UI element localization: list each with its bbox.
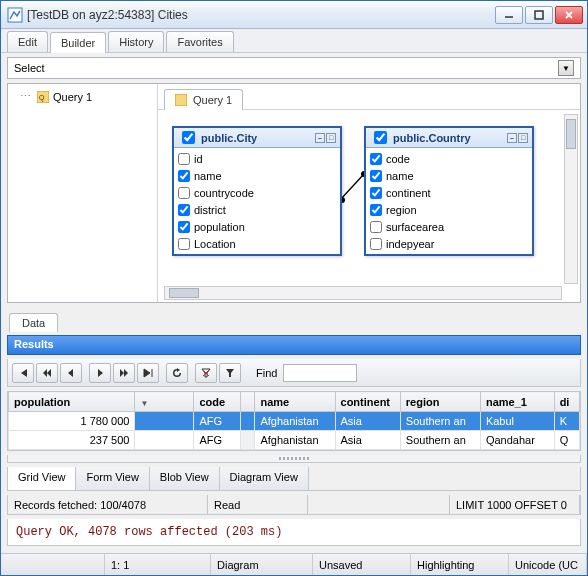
entity-column[interactable]: population (178, 218, 336, 235)
entity-column[interactable]: Location (178, 235, 336, 252)
entity-max-icon[interactable]: □ (518, 133, 528, 143)
entity-min-icon[interactable]: – (315, 133, 325, 143)
entity-column[interactable]: continent (370, 184, 528, 201)
column-checkbox[interactable] (370, 238, 382, 250)
view-diagram[interactable]: Diagram View (220, 467, 309, 490)
column-header[interactable]: code (194, 392, 240, 412)
table-cell[interactable] (135, 431, 194, 450)
entity-column[interactable]: countrycode (178, 184, 336, 201)
entity-select-all[interactable] (182, 131, 195, 144)
find-input[interactable] (283, 364, 357, 382)
select-dropdown-icon[interactable]: ▼ (558, 60, 574, 76)
column-checkbox[interactable] (370, 153, 382, 165)
column-header[interactable] (240, 392, 255, 412)
table-cell[interactable] (135, 412, 194, 431)
column-checkbox[interactable] (178, 187, 190, 199)
entity-column[interactable]: surfacearea (370, 218, 528, 235)
table-row[interactable]: 237 500AFGAfghanistanAsiaSouthern anQand… (9, 431, 580, 450)
column-checkbox[interactable] (178, 221, 190, 233)
diagram-scrollbar-h[interactable] (164, 286, 562, 300)
tab-history[interactable]: History (108, 31, 164, 52)
column-checkbox[interactable] (178, 170, 190, 182)
svg-rect-5 (175, 94, 187, 106)
column-checkbox[interactable] (370, 170, 382, 182)
filter-button[interactable] (219, 363, 241, 383)
tab-data[interactable]: Data (9, 313, 58, 332)
tab-favorites[interactable]: Favorites (166, 31, 233, 52)
column-checkbox[interactable] (370, 187, 382, 199)
column-checkbox[interactable] (370, 221, 382, 233)
entity-header[interactable]: public.Country–□ (366, 128, 532, 148)
view-form[interactable]: Form View (76, 467, 149, 490)
table-row[interactable]: 1 780 000AFGAfghanistanAsiaSouthern anKa… (9, 412, 580, 431)
nav-nextpage-button[interactable] (113, 363, 135, 383)
tree-item-query1[interactable]: ⋯ Q Query 1 (20, 90, 151, 103)
main-tabs: Edit Builder History Favorites (1, 29, 587, 53)
table-cell[interactable]: Kabul (480, 412, 554, 431)
entity-column[interactable]: name (370, 167, 528, 184)
entity-column[interactable]: code (370, 150, 528, 167)
nav-first-button[interactable] (12, 363, 34, 383)
column-header[interactable]: name (255, 392, 335, 412)
canvas-tab-query1[interactable]: Query 1 (164, 89, 243, 110)
entity-table[interactable]: public.Country–□codenamecontinentregions… (364, 126, 534, 256)
entity-column[interactable]: name (178, 167, 336, 184)
entity-max-icon[interactable]: □ (326, 133, 336, 143)
column-header[interactable]: name_1 (480, 392, 554, 412)
entity-column[interactable]: district (178, 201, 336, 218)
diagram-scrollbar-v[interactable] (564, 114, 578, 284)
tab-edit[interactable]: Edit (7, 31, 48, 52)
column-checkbox[interactable] (370, 204, 382, 216)
entity-table[interactable]: public.City–□idnamecountrycodedistrictpo… (172, 126, 342, 256)
scrollbar-thumb[interactable] (169, 288, 199, 298)
table-cell[interactable]: Afghanistan (255, 431, 335, 450)
table-cell[interactable]: Southern an (400, 431, 480, 450)
table-cell[interactable]: K (554, 412, 579, 431)
table-cell[interactable]: Southern an (400, 412, 480, 431)
scrollbar-thumb[interactable] (566, 119, 576, 149)
minimize-button[interactable] (495, 6, 523, 24)
close-button[interactable] (555, 6, 583, 24)
table-cell[interactable]: AFG (194, 412, 240, 431)
column-checkbox[interactable] (178, 238, 190, 250)
column-header[interactable]: population (9, 392, 135, 412)
column-header[interactable]: di (554, 392, 579, 412)
entity-select-all[interactable] (374, 131, 387, 144)
table-cell[interactable]: Asia (335, 431, 400, 450)
nav-next-button[interactable] (89, 363, 111, 383)
tree-item-label: Query 1 (53, 91, 92, 103)
table-cell[interactable]: Qandahar (480, 431, 554, 450)
table-cell[interactable]: Q (554, 431, 579, 450)
refresh-button[interactable] (166, 363, 188, 383)
entity-column[interactable]: region (370, 201, 528, 218)
table-cell[interactable] (240, 431, 255, 450)
table-cell[interactable] (240, 412, 255, 431)
view-blob[interactable]: Blob View (150, 467, 220, 490)
table-cell[interactable]: Afghanistan (255, 412, 335, 431)
select-bar[interactable]: Select ▼ (7, 57, 581, 79)
nav-prev-button[interactable] (60, 363, 82, 383)
column-header[interactable]: region (400, 392, 480, 412)
grid-resize-gripper[interactable] (7, 455, 581, 463)
filter-clear-button[interactable] (195, 363, 217, 383)
column-header[interactable]: ▼ (135, 392, 194, 412)
results-grid[interactable]: population▼codenamecontinentregionname_1… (7, 391, 581, 451)
table-cell[interactable]: 237 500 (9, 431, 135, 450)
table-cell[interactable]: AFG (194, 431, 240, 450)
nav-last-button[interactable] (137, 363, 159, 383)
diagram-area[interactable]: public.City–□idnamecountrycodedistrictpo… (158, 110, 580, 302)
entity-column[interactable]: id (178, 150, 336, 167)
entity-column[interactable]: indepyear (370, 235, 528, 252)
entity-header[interactable]: public.City–□ (174, 128, 340, 148)
column-checkbox[interactable] (178, 153, 190, 165)
view-grid[interactable]: Grid View (8, 467, 76, 490)
entity-min-icon[interactable]: – (507, 133, 517, 143)
tab-builder[interactable]: Builder (50, 32, 106, 53)
column-header[interactable]: continent (335, 392, 400, 412)
table-cell[interactable]: 1 780 000 (9, 412, 135, 431)
column-label: name (194, 170, 222, 182)
table-cell[interactable]: Asia (335, 412, 400, 431)
nav-prevpage-button[interactable] (36, 363, 58, 383)
column-checkbox[interactable] (178, 204, 190, 216)
maximize-button[interactable] (525, 6, 553, 24)
